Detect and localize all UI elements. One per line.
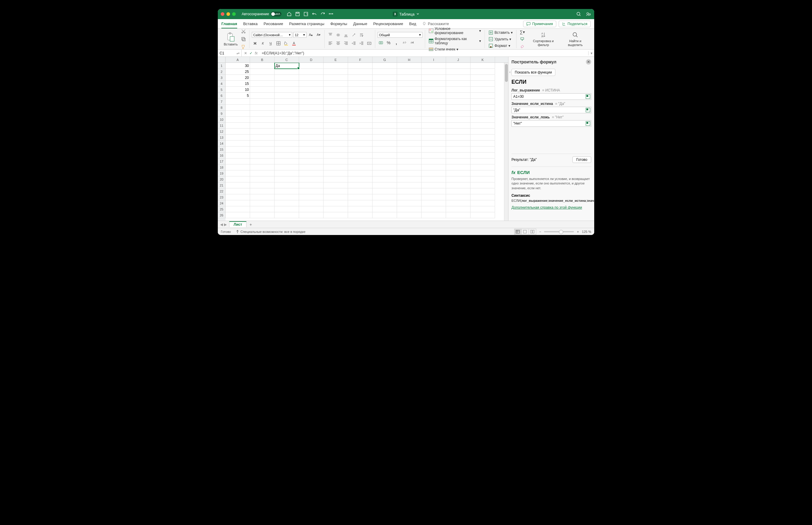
cell[interactable]: [324, 159, 348, 164]
row-header[interactable]: 26: [218, 212, 225, 218]
cell[interactable]: [446, 63, 470, 69]
cell[interactable]: [275, 147, 299, 152]
format-cells-button[interactable]: Формат ▾: [487, 43, 514, 49]
cell[interactable]: [250, 194, 275, 200]
tell-me[interactable]: Расскажите: [422, 21, 449, 26]
cell[interactable]: [299, 170, 324, 176]
cell[interactable]: [225, 159, 250, 164]
cell[interactable]: [470, 110, 495, 117]
cell[interactable]: [275, 206, 299, 212]
cell[interactable]: [250, 75, 275, 81]
cell[interactable]: [299, 69, 324, 75]
cell[interactable]: [373, 147, 397, 152]
search-icon[interactable]: [576, 12, 581, 16]
cells-area[interactable]: 30Да252015105: [225, 63, 504, 221]
cell[interactable]: [422, 81, 446, 87]
cell[interactable]: [348, 189, 373, 194]
sort-filter-button[interactable]: AЯ Сортировка и фильтр: [527, 31, 560, 47]
sheet-tab-1[interactable]: Лист: [229, 221, 247, 227]
cell[interactable]: [324, 176, 348, 182]
cell[interactable]: [225, 189, 250, 194]
cell[interactable]: [275, 200, 299, 206]
cell[interactable]: [348, 99, 373, 105]
range-picker-icon[interactable]: [585, 108, 590, 112]
cell[interactable]: [348, 159, 373, 164]
wrap-text-icon[interactable]: [358, 32, 365, 38]
row-header[interactable]: 19: [218, 170, 225, 176]
cell[interactable]: [422, 140, 446, 147]
cell[interactable]: [446, 99, 470, 105]
decrease-indent-icon[interactable]: [350, 40, 357, 47]
column-header[interactable]: I: [422, 57, 446, 62]
cell[interactable]: [250, 81, 275, 87]
insert-cells-button[interactable]: Вставить ▾: [487, 30, 514, 35]
cell[interactable]: [324, 140, 348, 147]
tab-insert[interactable]: Вставка: [243, 20, 257, 28]
redo-icon[interactable]: [320, 12, 325, 16]
cell[interactable]: [470, 135, 495, 140]
cell[interactable]: [422, 200, 446, 206]
cell[interactable]: [373, 110, 397, 117]
cut-icon[interactable]: [240, 28, 247, 35]
cell[interactable]: [299, 140, 324, 147]
cell[interactable]: [373, 87, 397, 93]
cell[interactable]: [225, 212, 250, 218]
cell[interactable]: [225, 176, 250, 182]
cell[interactable]: [324, 105, 348, 110]
cell[interactable]: [470, 212, 495, 218]
cell[interactable]: [250, 99, 275, 105]
increase-indent-icon[interactable]: [358, 40, 365, 47]
cell[interactable]: [299, 93, 324, 99]
cell[interactable]: [275, 140, 299, 147]
decrease-decimal-icon[interactable]: .00: [409, 40, 415, 46]
arg3-input[interactable]: [512, 120, 591, 127]
cell[interactable]: [324, 93, 348, 99]
cell[interactable]: [250, 63, 275, 69]
cell[interactable]: [348, 194, 373, 200]
tab-layout[interactable]: Разметка страницы: [289, 20, 325, 28]
cell[interactable]: [250, 182, 275, 189]
cell[interactable]: [397, 164, 422, 170]
cell[interactable]: [397, 117, 422, 123]
cell[interactable]: [324, 87, 348, 93]
cell[interactable]: [422, 170, 446, 176]
cell[interactable]: [250, 164, 275, 170]
cell[interactable]: [422, 189, 446, 194]
cell[interactable]: [373, 99, 397, 105]
column-header[interactable]: H: [397, 57, 422, 62]
cell[interactable]: [348, 81, 373, 87]
cell[interactable]: [446, 152, 470, 159]
cell[interactable]: [422, 93, 446, 99]
cell[interactable]: [446, 200, 470, 206]
cell[interactable]: [225, 105, 250, 110]
cell[interactable]: [348, 129, 373, 135]
cell[interactable]: [348, 87, 373, 93]
cell[interactable]: [275, 87, 299, 93]
cell[interactable]: [397, 99, 422, 105]
cell[interactable]: [373, 140, 397, 147]
cell[interactable]: [250, 110, 275, 117]
fill-icon[interactable]: [519, 36, 526, 43]
cell[interactable]: [422, 182, 446, 189]
cell[interactable]: [470, 93, 495, 99]
cell[interactable]: [446, 105, 470, 110]
cell[interactable]: [324, 129, 348, 135]
cell[interactable]: [324, 147, 348, 152]
tab-review[interactable]: Рецензирование: [373, 20, 403, 28]
font-color-icon[interactable]: A: [291, 40, 297, 47]
cell[interactable]: [373, 93, 397, 99]
cell[interactable]: [324, 200, 348, 206]
add-sheet-button[interactable]: +: [247, 222, 255, 227]
align-top-icon[interactable]: [327, 32, 334, 38]
accessibility-status[interactable]: Специальные возможности: все в порядке: [236, 230, 305, 234]
cell[interactable]: [275, 123, 299, 129]
cell[interactable]: [397, 200, 422, 206]
cell[interactable]: [250, 140, 275, 147]
cell[interactable]: [299, 152, 324, 159]
cell[interactable]: [275, 152, 299, 159]
cell[interactable]: [250, 152, 275, 159]
cell[interactable]: [373, 117, 397, 123]
cell[interactable]: [299, 75, 324, 81]
cell[interactable]: [373, 182, 397, 189]
align-middle-icon[interactable]: [335, 32, 342, 38]
